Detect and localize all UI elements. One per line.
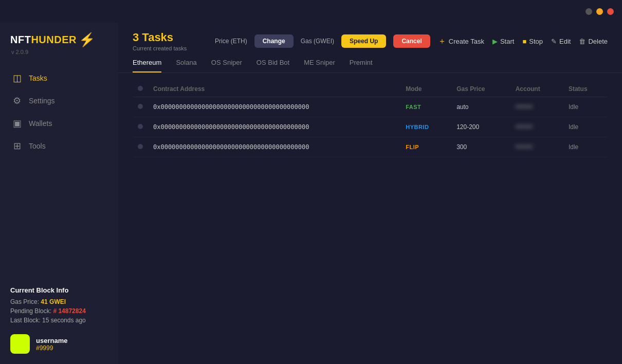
- logo-thunder: HUNDER: [31, 34, 77, 45]
- tools-icon: ⊞: [11, 140, 23, 152]
- user-card: username #9999: [10, 334, 108, 354]
- tabs-bar: Ethereum Solana OS Sniper OS Bid Bot ME …: [118, 51, 622, 73]
- delete-icon: 🗑: [579, 38, 586, 45]
- page-title-area: 3 Tasks Current created tasks: [133, 31, 205, 51]
- create-task-button[interactable]: ＋ Create Task: [438, 36, 484, 47]
- tasks-icon: ◫: [11, 72, 23, 84]
- price-label: Price (ETH): [215, 38, 247, 45]
- table-row[interactable]: 0x00000000000000000000000000000000000000…: [133, 97, 608, 117]
- create-task-label: Create Task: [449, 38, 484, 45]
- row-gas-price-0: auto: [451, 97, 510, 117]
- main-header: 3 Tasks Current created tasks Price (ETH…: [118, 23, 622, 51]
- row-select-1: [133, 117, 148, 137]
- stop-button[interactable]: ■ Stop: [522, 38, 543, 45]
- page-title: 3 Tasks: [133, 31, 205, 44]
- stop-label: Stop: [529, 38, 543, 45]
- row-address-2: 0x00000000000000000000000000000000000000…: [148, 137, 400, 157]
- row-gas-price-2: 300: [451, 137, 510, 157]
- th-account: Account: [510, 81, 563, 97]
- table-header-row: Contract Address Mode Gas Price Account …: [133, 81, 608, 97]
- settings-label: Settings: [29, 97, 55, 105]
- th-mode: Mode: [400, 81, 451, 97]
- toolbar-actions: ＋ Create Task ▶ Start ■ Stop ✎ Edit: [438, 36, 608, 47]
- table-container: Contract Address Mode Gas Price Account …: [118, 73, 622, 364]
- row-gas-price-1: 120-200: [451, 117, 510, 137]
- row-status-0: Idle: [563, 97, 608, 117]
- cancel-button[interactable]: Cancel: [393, 34, 430, 48]
- tab-premint[interactable]: Premint: [350, 59, 373, 72]
- row-account-1: ••••••••: [510, 117, 563, 137]
- close-dot[interactable]: [607, 8, 614, 15]
- page-subtitle: Current created tasks: [133, 45, 205, 51]
- sidebar-item-settings[interactable]: ⚙ Settings: [5, 90, 113, 112]
- nav-items: ◫ Tasks ⚙ Settings ▣ Wallets ⊞ Tools: [0, 67, 118, 157]
- block-info-title: Current Block Info: [10, 286, 108, 294]
- last-block-row: Last Block: 15 seconds ago: [10, 317, 108, 324]
- delete-button[interactable]: 🗑 Delete: [579, 38, 608, 45]
- user-avatar: [10, 334, 30, 354]
- settings-icon: ⚙: [11, 95, 23, 106]
- th-gas-price: Gas Price: [451, 81, 510, 97]
- wallets-label: Wallets: [29, 119, 52, 128]
- th-contract-address: Contract Address: [148, 81, 400, 97]
- pending-block-row: Pending Block: # 14872824: [10, 307, 108, 315]
- play-icon: ▶: [492, 38, 498, 45]
- row-status-2: Idle: [563, 137, 608, 157]
- edit-icon: ✎: [551, 38, 557, 45]
- tab-os-sniper[interactable]: OS Sniper: [211, 59, 242, 72]
- block-info-section: Current Block Info Gas Price: 41 GWEI Pe…: [10, 286, 108, 324]
- titlebar: [0, 0, 622, 23]
- sidebar: NFTHUNDER ⚡ v 2.0.9 ◫ Tasks ⚙ Settings ▣…: [0, 23, 118, 364]
- row-address-0: 0x00000000000000000000000000000000000000…: [148, 97, 400, 117]
- row-account-0: ••••••••: [510, 97, 563, 117]
- sidebar-item-wallets[interactable]: ▣ Wallets: [5, 113, 113, 134]
- row-address-1: 0x00000000000000000000000000000000000000…: [148, 117, 400, 137]
- last-block-value: 15 seconds ago: [42, 317, 86, 324]
- user-name: username: [36, 337, 67, 344]
- speed-up-button[interactable]: Speed Up: [341, 34, 386, 48]
- sidebar-item-tools[interactable]: ⊞ Tools: [5, 135, 113, 157]
- table-row[interactable]: 0x00000000000000000000000000000000000000…: [133, 117, 608, 137]
- start-label: Start: [500, 38, 514, 45]
- change-button[interactable]: Change: [254, 34, 294, 48]
- logo-version: v 2.0.9: [11, 49, 95, 55]
- plus-icon: ＋: [438, 36, 446, 47]
- stop-icon: ■: [522, 38, 526, 45]
- gas-price-row: Gas Price: 41 GWEI: [10, 298, 108, 305]
- logo-area: NFTHUNDER ⚡ v 2.0.9: [0, 23, 118, 67]
- th-status: Status: [563, 81, 608, 97]
- tab-ethereum[interactable]: Ethereum: [133, 59, 161, 72]
- main-content: 3 Tasks Current created tasks Price (ETH…: [118, 23, 622, 364]
- logo-bolt-icon: ⚡: [79, 32, 95, 48]
- th-select: [133, 81, 148, 97]
- wallets-icon: ▣: [11, 118, 23, 129]
- row-select-0: [133, 97, 148, 117]
- maximize-dot[interactable]: [596, 8, 603, 15]
- delete-label: Delete: [588, 38, 608, 45]
- sidebar-item-tasks[interactable]: ◫ Tasks: [5, 67, 113, 89]
- tab-os-bid-bot[interactable]: OS Bid Bot: [257, 59, 289, 72]
- gas-label: Gas (GWEI): [301, 38, 334, 45]
- user-tag: #9999: [36, 344, 67, 352]
- edit-button[interactable]: ✎ Edit: [551, 38, 571, 45]
- row-status-1: Idle: [563, 117, 608, 137]
- pending-block-value: # 14872824: [53, 307, 85, 315]
- window-controls: [586, 8, 614, 15]
- row-account-2: ••••••••: [510, 137, 563, 157]
- row-mode-1: HYBRID: [400, 117, 451, 137]
- header-controls: Price (ETH) Change Gas (GWEI) Speed Up C…: [215, 34, 608, 48]
- tools-label: Tools: [29, 142, 46, 150]
- minimize-dot[interactable]: [586, 8, 592, 15]
- tasks-table: Contract Address Mode Gas Price Account …: [133, 81, 608, 157]
- tab-me-sniper[interactable]: ME Sniper: [304, 59, 335, 72]
- edit-label: Edit: [559, 38, 571, 45]
- start-button[interactable]: ▶ Start: [492, 38, 514, 45]
- row-mode-0: FAST: [400, 97, 451, 117]
- row-select-2: [133, 137, 148, 157]
- tasks-label: Tasks: [29, 74, 47, 82]
- logo-nft: NFT: [10, 34, 31, 45]
- gas-price-value: 41 GWEI: [41, 298, 66, 305]
- table-row[interactable]: 0x00000000000000000000000000000000000000…: [133, 137, 608, 157]
- tab-solana[interactable]: Solana: [176, 59, 196, 72]
- row-mode-2: FLIP: [400, 137, 451, 157]
